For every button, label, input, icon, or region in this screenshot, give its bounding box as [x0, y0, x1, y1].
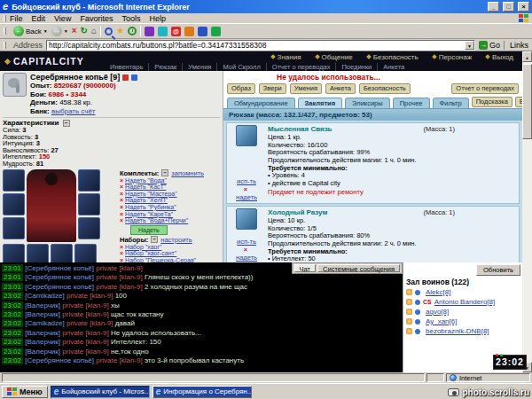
user-info-icon[interactable] — [415, 300, 420, 305]
forward-button[interactable]: → ▼ — [51, 26, 68, 36]
item-icon[interactable] — [236, 125, 257, 146]
scroll-up-icon[interactable]: ▲ — [522, 51, 532, 62]
start-button[interactable]: Меню — [2, 386, 48, 398]
subnav-item[interactable]: Рюкзак — [149, 63, 183, 71]
forward-dropdown-icon[interactable]: ▼ — [64, 28, 68, 34]
chat-author[interactable]: [Валерчик] — [25, 338, 60, 346]
hint-button[interactable]: Подсказка — [472, 97, 512, 107]
minimize-button[interactable]: _ — [488, 2, 499, 12]
history-icon[interactable] — [128, 27, 137, 35]
info-icon[interactable] — [131, 74, 137, 81]
chat-author[interactable]: [Серебрянное копьё] — [25, 264, 94, 272]
menu-item[interactable]: Help — [149, 14, 166, 23]
chat-author[interactable]: [Валерчик] — [25, 310, 60, 318]
chat-author[interactable]: [Серебрянное копьё] — [25, 273, 94, 281]
item-icon[interactable] — [236, 208, 257, 230]
nav-item[interactable]: Безопасность — [367, 53, 419, 61]
user-info-icon[interactable] — [415, 290, 420, 295]
menu-item[interactable]: Edit — [32, 14, 46, 23]
wear-set-button[interactable]: Надеть — [130, 225, 168, 235]
user-name-link[interactable]: bezobraznik-DNB[8] — [426, 327, 489, 335]
addon-icon-5[interactable] — [211, 27, 221, 36]
tab-bezopasnost[interactable]: Безопасность — [359, 83, 411, 94]
subnav-item[interactable]: Мой Скролл — [217, 63, 266, 71]
remove-icon[interactable]: × — [120, 204, 123, 210]
equip-slot[interactable] — [51, 244, 73, 262]
equip-slot[interactable] — [3, 217, 25, 239]
go-button[interactable]: → Go — [479, 41, 500, 50]
addon-icon-2[interactable] — [158, 27, 168, 36]
address-input[interactable] — [47, 41, 465, 50]
tab-obraz[interactable]: Образ — [227, 83, 255, 94]
nav-item[interactable]: Выход — [486, 53, 513, 61]
remove-icon[interactable]: × — [120, 244, 123, 250]
tab-eliksiry[interactable]: Эликсиры — [345, 98, 390, 108]
menu-item[interactable]: View — [54, 14, 71, 23]
subnav-item[interactable]: Отчет о переводах — [267, 63, 337, 71]
equip-slot[interactable] — [78, 193, 100, 215]
wear-set-link[interactable]: Надеть "КареТа" — [125, 211, 173, 217]
tab-zveri[interactable]: Звери — [259, 83, 286, 94]
user-name-link[interactable]: Ay_xan[6] — [426, 317, 457, 325]
user-name-link[interactable]: aqvo[8] — [426, 308, 449, 316]
taskbar-task-1[interactable]: e Бойцовский клуб - Micros... — [51, 386, 150, 398]
user-name-link[interactable]: Alekc[8] — [426, 288, 450, 296]
refresh-button[interactable]: Обновить — [476, 264, 520, 276]
remove-icon[interactable]: × — [120, 177, 123, 184]
wear-set-link[interactable]: Надеть "ХелП" — [125, 197, 168, 203]
preset-link[interactable]: Набор "хаог-сант" — [125, 250, 176, 256]
remove-icon[interactable]: × — [120, 211, 123, 217]
collapse-sets-button[interactable]: − — [161, 169, 168, 176]
chat-author[interactable]: [Валерчик] — [25, 301, 60, 309]
wear-set-link[interactable]: Надеть "Мастера" — [125, 191, 177, 197]
vertical-scrollbar[interactable]: ▲ ▼ — [522, 51, 532, 372]
clan-icon[interactable] — [122, 74, 129, 81]
tab-prochee[interactable]: Прочее — [393, 98, 430, 108]
equip-slot[interactable] — [74, 244, 97, 262]
equip-slot[interactable] — [27, 244, 49, 262]
menu-item[interactable]: Favorites — [80, 14, 113, 23]
back-dropdown-icon[interactable]: ▼ — [43, 28, 48, 34]
taskbar-task-2[interactable]: e Информация о Серебрян... — [153, 386, 252, 398]
equip-slot[interactable] — [78, 169, 100, 192]
collapse-presets-button[interactable]: − — [151, 236, 158, 243]
address-dropdown-icon[interactable]: ▼ — [465, 41, 474, 50]
maximize-button[interactable]: □ — [503, 2, 514, 12]
tab-umeniya[interactable]: Умения — [290, 83, 322, 94]
equip-slot[interactable] — [3, 193, 25, 215]
subnav-item[interactable]: Анкета — [378, 63, 410, 71]
close-button[interactable]: × — [518, 2, 529, 12]
remove-icon[interactable]: × — [120, 197, 123, 203]
user-info-icon[interactable] — [415, 329, 420, 334]
return-button[interactable]: Вернуться — [515, 97, 522, 107]
remove-icon[interactable]: × — [244, 185, 247, 193]
back-button[interactable]: ← Back ▼ — [13, 26, 48, 36]
menu-item[interactable]: Tools — [121, 14, 140, 23]
equip-slot[interactable] — [3, 244, 25, 262]
use-item-link[interactable]: исп-ть — [236, 177, 257, 185]
equip-slot[interactable] — [3, 169, 25, 192]
toolbar-grip[interactable] — [4, 15, 6, 22]
search-icon[interactable] — [105, 27, 113, 35]
mail-agent-icon[interactable]: @ — [171, 27, 181, 36]
favorites-icon[interactable]: ★ — [116, 26, 124, 36]
user-info-icon[interactable] — [415, 319, 420, 325]
presets-config-link[interactable]: настроить — [160, 236, 192, 244]
tab-anketa[interactable]: Анкета — [325, 83, 356, 94]
stop-button[interactable]: × — [72, 26, 77, 36]
remove-icon[interactable]: × — [120, 191, 123, 197]
subnav-item[interactable]: Умения — [183, 63, 217, 71]
transfers-report-button[interactable]: Отчет о переводах — [451, 83, 519, 94]
chat-tab[interactable]: Чат — [294, 264, 316, 272]
remove-icon[interactable]: × — [120, 250, 123, 256]
tab-obmundirovanie[interactable]: Обмундирование — [227, 98, 295, 108]
menu-item[interactable]: File — [10, 14, 23, 23]
chat-author[interactable]: [Серебрянное копьё] — [25, 356, 94, 364]
refresh-button[interactable]: ↻ — [81, 26, 88, 36]
addon-icon-1[interactable] — [145, 27, 154, 36]
toolbar-grip[interactable] — [4, 27, 6, 35]
wear-item-link[interactable]: надеть — [236, 254, 257, 262]
chat-author[interactable]: [Camikadze] — [25, 319, 64, 327]
sets-save-link[interactable]: запомнить — [171, 169, 204, 177]
wear-set-link[interactable]: Надеть "Вода" — [125, 177, 167, 184]
